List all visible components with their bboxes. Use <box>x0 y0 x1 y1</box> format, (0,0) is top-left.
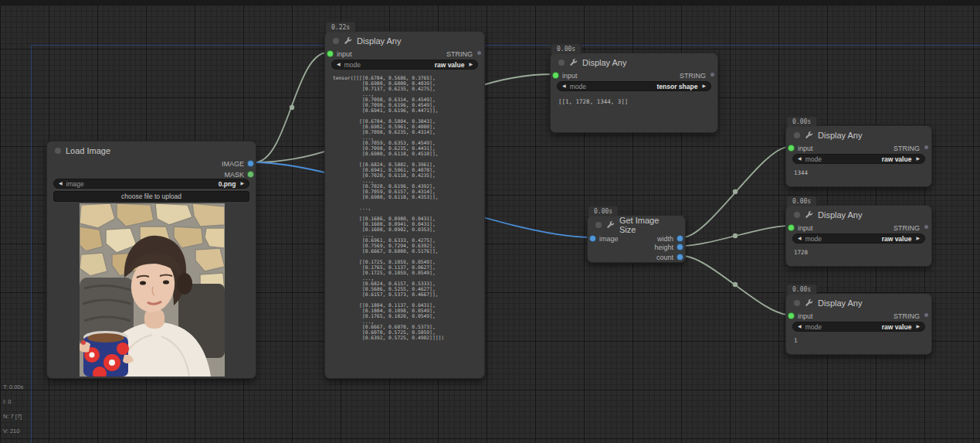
combo-left-arrow-icon[interactable]: ◀ <box>59 179 63 189</box>
image-input-port[interactable] <box>589 235 596 242</box>
stat-vertices: V: 210 <box>3 428 30 435</box>
collapse-dot-icon[interactable] <box>794 212 800 218</box>
input-label: input <box>337 50 352 58</box>
image-file-combo[interactable]: ◀ image 0.png ▶ <box>53 179 249 189</box>
shape-output-text: [[1, 1728, 1344, 3]] <box>558 98 628 105</box>
width-output-text: 1344 <box>794 169 808 176</box>
node-title-bar[interactable]: Display Any <box>786 126 931 144</box>
mode-combo[interactable]: ◀ mode tensor shape ▶ <box>557 81 711 91</box>
node-display-any-tensor[interactable]: 0.22s Display Any input STRING ◀ mode ra… <box>324 31 485 379</box>
combo-label: mode <box>805 235 882 243</box>
combo-right-arrow-icon[interactable]: ▶ <box>916 322 920 332</box>
load-image-preview <box>80 203 225 377</box>
width-output-port[interactable] <box>677 235 683 242</box>
input-label: input <box>798 224 813 232</box>
count-output-label: count <box>656 254 673 261</box>
string-output-port[interactable] <box>924 224 929 230</box>
node-load-image[interactable]: Load Image IMAGE MASK ◀ image 0.png ▶ ch… <box>46 141 256 379</box>
node-title-bar[interactable]: Load Image <box>47 141 256 159</box>
input-port[interactable] <box>788 224 795 231</box>
node-title: Load Image <box>66 146 110 155</box>
image-input-label: image <box>599 235 619 243</box>
node-title-bar[interactable]: Get Image Size <box>588 216 685 233</box>
tensor-output-text: tensor([[[[0.6784, 0.5686, 0.3765], [0.6… <box>333 75 444 340</box>
combo-value: raw value <box>435 61 465 69</box>
image-output-port[interactable] <box>247 160 254 167</box>
count-output-port[interactable] <box>677 254 683 261</box>
execution-time-badge: 0.00s <box>551 43 582 54</box>
execution-time-badge: 0.00s <box>588 206 619 216</box>
combo-label: mode <box>805 323 882 331</box>
stat-iterations: I: 0 <box>3 398 30 406</box>
combo-value: raw value <box>882 235 912 243</box>
string-output-port[interactable] <box>710 72 715 77</box>
node-display-any-shape[interactable]: 0.00s Display Any input STRING ◀ mode te… <box>550 53 718 133</box>
input-label: input <box>798 312 813 320</box>
node-title-bar[interactable]: Display Any <box>786 294 931 312</box>
node-title-bar[interactable]: Display Any <box>325 32 484 49</box>
execution-time-badge: 0.00s <box>786 116 817 127</box>
input-port[interactable] <box>788 312 795 319</box>
height-output-port[interactable] <box>677 244 683 250</box>
node-title-bar[interactable]: Display Any <box>551 53 717 71</box>
node-display-any-width[interactable]: 0.00s Display Any input STRING ◀ mode ra… <box>785 125 932 187</box>
wrench-icon <box>805 210 813 219</box>
combo-value: raw value <box>882 155 912 163</box>
collapse-dot-icon[interactable] <box>794 300 800 306</box>
combo-label: mode <box>344 61 435 69</box>
mode-combo[interactable]: ◀ mode raw value ▶ <box>792 233 925 244</box>
node-display-any-height[interactable]: 0.00s Display Any input STRING ◀ mode ra… <box>785 205 932 267</box>
input-label: input <box>562 72 578 80</box>
collapse-dot-icon[interactable] <box>558 60 565 66</box>
combo-value: raw value <box>882 323 912 331</box>
node-display-any-count[interactable]: 0.00s Display Any input STRING ◀ mode ra… <box>785 293 932 355</box>
combo-left-arrow-icon[interactable]: ◀ <box>337 60 341 70</box>
node-title: Display Any <box>818 298 862 308</box>
input-port[interactable] <box>552 72 559 79</box>
combo-right-arrow-icon[interactable]: ▶ <box>702 81 706 91</box>
combo-left-arrow-icon[interactable]: ◀ <box>798 233 802 244</box>
wrench-icon <box>805 131 813 139</box>
woman-with-coffee-photo <box>80 203 225 377</box>
input-port[interactable] <box>788 145 795 152</box>
node-graph-canvas[interactable]: Load Image IMAGE MASK ◀ image 0.png ▶ ch… <box>0 0 980 443</box>
mask-output-label: MASK <box>224 171 244 179</box>
node-title: Display Any <box>582 58 626 67</box>
combo-label: mode <box>570 83 657 90</box>
collapse-dot-icon[interactable] <box>595 222 602 228</box>
wrench-icon <box>344 36 352 45</box>
combo-right-arrow-icon[interactable]: ▶ <box>469 60 473 70</box>
combo-right-arrow-icon[interactable]: ▶ <box>916 233 920 244</box>
combo-label: image <box>66 180 219 188</box>
mode-combo[interactable]: ◀ mode raw value ▶ <box>792 322 925 332</box>
stat-time: T: 0.00s <box>3 383 30 391</box>
execution-time-badge: 0.22s <box>325 22 356 32</box>
collapse-dot-icon[interactable] <box>333 38 339 44</box>
node-title-bar[interactable]: Display Any <box>786 206 931 223</box>
combo-left-arrow-icon[interactable]: ◀ <box>562 81 566 91</box>
mode-combo[interactable]: ◀ mode raw value ▶ <box>792 154 925 164</box>
link-dot <box>733 282 738 287</box>
input-port[interactable] <box>327 50 334 57</box>
mode-combo[interactable]: ◀ mode raw value ▶ <box>331 60 478 70</box>
mask-output-port[interactable] <box>247 171 254 178</box>
node-title: Display Any <box>357 36 401 46</box>
string-output-port[interactable] <box>924 312 929 318</box>
wrench-icon <box>569 58 578 66</box>
string-output-label: STRING <box>894 312 920 320</box>
combo-left-arrow-icon[interactable]: ◀ <box>798 154 802 164</box>
choose-file-button[interactable]: choose file to upload <box>53 191 249 202</box>
combo-left-arrow-icon[interactable]: ◀ <box>798 322 802 332</box>
string-output-label: STRING <box>894 145 920 152</box>
node-title: Display Any <box>818 131 862 140</box>
combo-value: tensor shape <box>656 83 697 90</box>
string-output-port[interactable] <box>924 145 929 150</box>
node-get-image-size[interactable]: 0.00s Get Image Size image width height … <box>587 215 686 263</box>
collapse-dot-icon[interactable] <box>55 148 61 154</box>
combo-right-arrow-icon[interactable]: ▶ <box>916 154 920 164</box>
link-dot <box>733 189 738 194</box>
string-output-port[interactable] <box>476 50 482 56</box>
combo-right-arrow-icon[interactable]: ▶ <box>240 179 244 189</box>
node-title: Display Any <box>818 210 862 220</box>
collapse-dot-icon[interactable] <box>794 132 800 138</box>
